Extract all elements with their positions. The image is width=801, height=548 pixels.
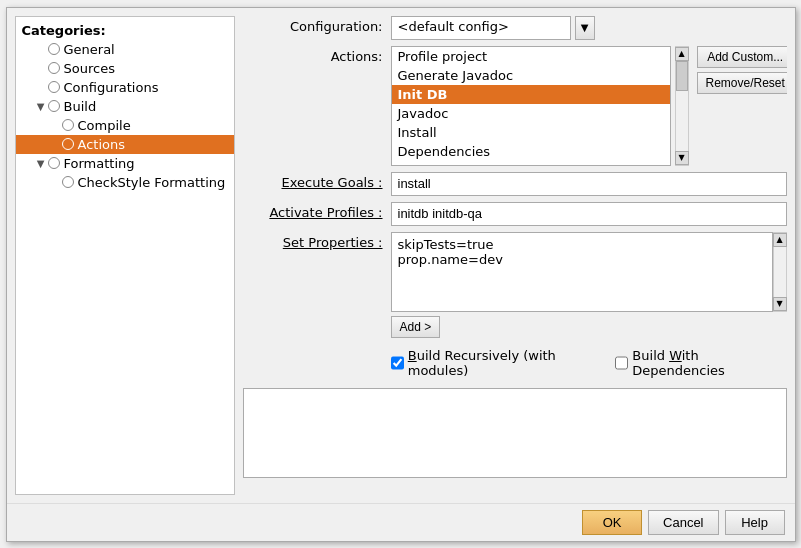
right-panel: Configuration: <default config> ▼ Action… bbox=[243, 16, 787, 495]
arrow-spacer bbox=[48, 118, 62, 132]
expand-arrow-build: ▼ bbox=[34, 99, 48, 113]
props-scroll-up[interactable]: ▲ bbox=[773, 233, 787, 247]
build-recursively-label: Build Recursively (with modules) bbox=[408, 348, 609, 378]
actions-scrollbar[interactable]: ▲ ▼ bbox=[675, 46, 689, 166]
sidebar-item-label: Build bbox=[64, 99, 97, 114]
action-item-install[interactable]: Install bbox=[392, 123, 670, 142]
sidebar-item-actions[interactable]: Actions bbox=[16, 135, 234, 154]
set-properties-row: Set Properties : skipTests=true prop.nam… bbox=[243, 232, 787, 312]
scroll-up-arrow[interactable]: ▲ bbox=[675, 47, 689, 61]
props-scroll-down[interactable]: ▼ bbox=[773, 297, 787, 311]
build-recursively-checkbox[interactable] bbox=[391, 356, 404, 370]
sidebar-item-general[interactable]: General bbox=[16, 40, 234, 59]
configuration-value[interactable]: <default config> bbox=[391, 16, 571, 40]
set-properties-right: skipTests=true prop.name=dev ▲ ▼ bbox=[391, 232, 787, 312]
execute-goals-row: Execute Goals : bbox=[243, 172, 787, 196]
properties-scrollbar[interactable]: ▲ ▼ bbox=[773, 232, 787, 312]
actions-list-wrapper: Profile project Generate Javadoc Init DB… bbox=[391, 46, 689, 166]
item-icon-formatting bbox=[48, 157, 60, 169]
configuration-dropdown-btn[interactable]: ▼ bbox=[575, 16, 595, 40]
actions-label: Actions: bbox=[243, 46, 383, 64]
left-panel: Categories: General Sources Configuratio… bbox=[15, 16, 235, 495]
bottom-panel bbox=[243, 388, 787, 478]
sidebar-item-build[interactable]: ▼ Build bbox=[16, 97, 234, 116]
item-icon-build bbox=[48, 100, 60, 112]
configuration-select: <default config> ▼ bbox=[391, 16, 595, 40]
item-icon-general bbox=[48, 43, 60, 55]
build-with-dependencies-text: Build With Dependencies bbox=[632, 348, 725, 378]
props-textarea-wrapper: skipTests=true prop.name=dev ▲ ▼ bbox=[391, 232, 787, 312]
sidebar-item-label: General bbox=[64, 42, 115, 57]
scrollbar-thumb bbox=[676, 61, 688, 91]
scrollbar-track bbox=[676, 61, 688, 151]
configuration-row: Configuration: <default config> ▼ bbox=[243, 16, 787, 40]
actions-list[interactable]: Profile project Generate Javadoc Init DB… bbox=[391, 46, 671, 166]
item-icon-actions bbox=[62, 138, 74, 150]
action-item-init-db[interactable]: Init DB bbox=[392, 85, 670, 104]
arrow-spacer bbox=[48, 175, 62, 189]
sidebar-item-formatting[interactable]: ▼ Formatting bbox=[16, 154, 234, 173]
sidebar-item-label: Compile bbox=[78, 118, 131, 133]
action-item-dependencies[interactable]: Dependencies bbox=[392, 142, 670, 161]
remove-reset-button[interactable]: Remove/Reset bbox=[697, 72, 787, 94]
action-item-generate-javadoc[interactable]: Generate Javadoc bbox=[392, 66, 670, 85]
dialog-footer: OK Cancel Help bbox=[7, 503, 795, 541]
categories-label: Categories: bbox=[16, 21, 234, 40]
item-icon-sources bbox=[48, 62, 60, 74]
item-icon-configurations bbox=[48, 81, 60, 93]
expand-arrow-formatting: ▼ bbox=[34, 156, 48, 170]
dialog: Categories: General Sources Configuratio… bbox=[6, 7, 796, 542]
action-item-javadoc[interactable]: Javadoc bbox=[392, 104, 670, 123]
configuration-label: Configuration: bbox=[243, 16, 383, 34]
set-properties-label: Set Properties : bbox=[243, 232, 383, 250]
sidebar-item-label: Configurations bbox=[64, 80, 159, 95]
checkbox-row: Build Recursively (with modules) Build W… bbox=[243, 348, 787, 378]
activate-profiles-input[interactable] bbox=[391, 202, 787, 226]
sidebar-item-label: Sources bbox=[64, 61, 115, 76]
sidebar-item-compile[interactable]: Compile bbox=[16, 116, 234, 135]
arrow-spacer bbox=[34, 42, 48, 56]
sidebar-item-label: CheckStyle Formatting bbox=[78, 175, 226, 190]
build-with-dependencies-checkbox[interactable] bbox=[615, 356, 628, 370]
build-with-dependencies-checkbox-item: Build With Dependencies bbox=[615, 348, 786, 378]
set-properties-textarea[interactable]: skipTests=true prop.name=dev bbox=[391, 232, 773, 312]
scroll-down-arrow[interactable]: ▼ bbox=[675, 151, 689, 165]
sidebar-item-label: Formatting bbox=[64, 156, 135, 171]
sidebar-item-sources[interactable]: Sources bbox=[16, 59, 234, 78]
item-icon-compile bbox=[62, 119, 74, 131]
execute-goals-input[interactable] bbox=[391, 172, 787, 196]
ok-button[interactable]: OK bbox=[582, 510, 642, 535]
dialog-body: Categories: General Sources Configuratio… bbox=[7, 8, 795, 503]
activate-profiles-row: Activate Profiles : bbox=[243, 202, 787, 226]
item-icon-checkstyle bbox=[62, 176, 74, 188]
cancel-button[interactable]: Cancel bbox=[648, 510, 718, 535]
action-item-profile-project[interactable]: Profile project bbox=[392, 47, 670, 66]
activate-profiles-label: Activate Profiles : bbox=[243, 202, 383, 220]
actions-area: Actions: Profile project Generate Javado… bbox=[243, 46, 787, 166]
arrow-spacer bbox=[48, 137, 62, 151]
execute-goals-label: Execute Goals : bbox=[243, 172, 383, 190]
add-property-button[interactable]: Add > bbox=[391, 316, 441, 338]
help-button[interactable]: Help bbox=[725, 510, 785, 535]
build-with-dependencies-label: Build With Dependencies bbox=[632, 348, 786, 378]
sidebar-item-checkstyle[interactable]: CheckStyle Formatting bbox=[16, 173, 234, 192]
add-custom-button[interactable]: Add Custom... bbox=[697, 46, 787, 68]
arrow-spacer bbox=[34, 61, 48, 75]
sidebar-item-configurations[interactable]: Configurations bbox=[16, 78, 234, 97]
build-recursively-text: Build Recursively (with modules) bbox=[408, 348, 556, 378]
props-scrollbar-track bbox=[774, 247, 786, 297]
sidebar-item-label: Actions bbox=[78, 137, 126, 152]
build-recursively-checkbox-item: Build Recursively (with modules) bbox=[391, 348, 610, 378]
actions-buttons: Add Custom... Remove/Reset bbox=[697, 46, 787, 94]
arrow-spacer bbox=[34, 80, 48, 94]
